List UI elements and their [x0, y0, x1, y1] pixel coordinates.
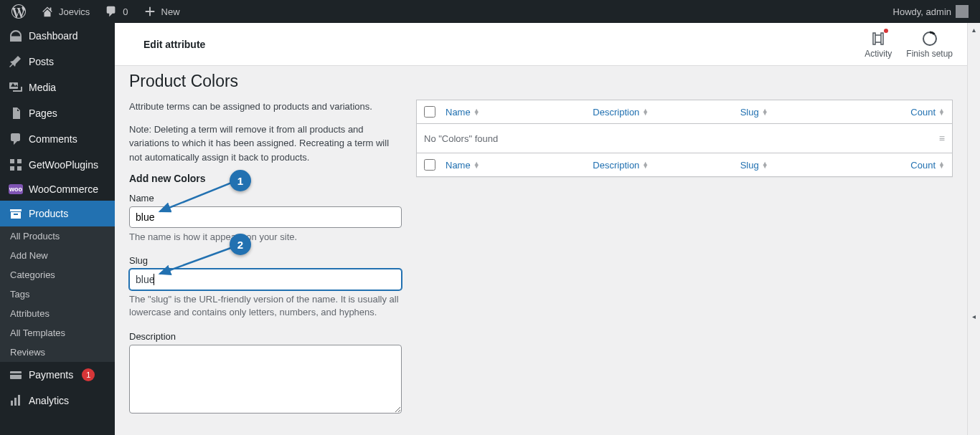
- submenu-all-templates[interactable]: All Templates: [0, 323, 115, 343]
- wp-logo[interactable]: [6, 0, 32, 23]
- admin-sidebar: Dashboard Posts Media Pages Comments Get…: [0, 23, 115, 435]
- scroll-up-arrow[interactable]: ▴: [968, 23, 980, 36]
- comment-count: 0: [123, 6, 128, 17]
- admin-bar: Joevics 0 New Howdy, admin: [0, 0, 980, 23]
- activity-label: Activity: [864, 49, 892, 59]
- svg-rect-3: [17, 166, 22, 171]
- sort-icon: ▲▼: [762, 109, 768, 115]
- woo-icon: woo: [9, 184, 23, 194]
- empty-text: No "Colors" found: [424, 133, 498, 144]
- menu-media[interactable]: Media: [0, 75, 115, 100]
- table-footer: Name▲▼ Description▲▼ Slug▲▼ Count▲▼: [417, 153, 952, 176]
- svg-rect-6: [11, 401, 13, 406]
- pin-icon: [9, 54, 23, 69]
- menu-posts[interactable]: Posts: [0, 49, 115, 75]
- menu-woocommerce[interactable]: woo WooCommerce: [0, 178, 115, 201]
- menu-label: Media: [29, 82, 56, 93]
- slug-value: blue: [136, 274, 154, 285]
- window-scrollbar[interactable]: ▴ ◂: [967, 23, 980, 435]
- card-icon: [9, 368, 23, 382]
- sort-icon: ▲▼: [642, 109, 649, 115]
- main-content: Edit attribute Activity Finish setup Pro…: [115, 23, 967, 435]
- comments-link[interactable]: 0: [98, 0, 133, 23]
- wordpress-icon: [11, 4, 26, 19]
- col-slug[interactable]: Slug▲▼: [740, 107, 887, 118]
- form-title: Add new Colors: [129, 173, 402, 184]
- slug-label: Slug: [129, 255, 402, 266]
- menu-products[interactable]: Products: [0, 201, 115, 226]
- sort-icon: ▲▼: [938, 162, 945, 168]
- sort-icon: ▲▼: [762, 162, 768, 168]
- slug-help: The "slug" is the URL-friendly version o…: [129, 293, 402, 319]
- hamburger-icon[interactable]: ≡: [939, 133, 945, 144]
- submenu-categories[interactable]: Categories: [0, 265, 115, 285]
- menu-label: Dashboard: [29, 30, 78, 42]
- select-all-checkbox-bottom[interactable]: [424, 159, 435, 171]
- howdy-text: Howdy, admin: [893, 6, 951, 17]
- description-label: Description: [129, 331, 402, 342]
- menu-analytics[interactable]: Analytics: [0, 388, 115, 414]
- dashboard-icon: [9, 29, 23, 43]
- col-name[interactable]: Name▲▼: [446, 107, 593, 118]
- submenu-all-products[interactable]: All Products: [0, 226, 115, 246]
- table-column: Name▲▼ Description▲▼ Slug▲▼ Count▲▼ No "…: [416, 100, 953, 427]
- svg-rect-8: [18, 395, 20, 406]
- note-text: Note: Deleting a term will remove it fro…: [129, 123, 402, 165]
- site-name-link[interactable]: Joevics: [34, 0, 95, 23]
- svg-rect-4: [10, 371, 22, 379]
- col-description-foot[interactable]: Description▲▼: [593, 160, 740, 171]
- menu-dashboard[interactable]: Dashboard: [0, 23, 115, 49]
- svg-rect-10: [881, 33, 883, 44]
- account-link[interactable]: Howdy, admin: [893, 5, 974, 18]
- page-header-bar: Edit attribute Activity Finish setup: [115, 23, 967, 66]
- menu-label: Pages: [29, 107, 57, 119]
- menu-pages[interactable]: Pages: [0, 100, 115, 126]
- annotation-1-badge: 1: [230, 170, 251, 191]
- col-count-foot[interactable]: Count▲▼: [887, 160, 945, 171]
- name-label: Name: [129, 193, 402, 204]
- col-description[interactable]: Description▲▼: [593, 107, 740, 118]
- intro-text: Attribute terms can be assigned to produ…: [129, 100, 402, 114]
- menu-getwooplugins[interactable]: GetWooPlugins: [0, 152, 115, 178]
- text-caret: [154, 274, 154, 285]
- slug-input[interactable]: blue: [129, 269, 402, 290]
- menu-label: Posts: [29, 56, 54, 67]
- home-icon: [40, 4, 55, 19]
- svg-rect-5: [10, 373, 22, 375]
- page-heading: Product Colors: [129, 72, 953, 91]
- submenu-add-new[interactable]: Add New: [0, 246, 115, 265]
- finish-setup-button[interactable]: Finish setup: [906, 30, 953, 59]
- col-name-foot[interactable]: Name▲▼: [446, 160, 593, 171]
- description-textarea[interactable]: [129, 345, 402, 414]
- col-count[interactable]: Count▲▼: [887, 107, 945, 118]
- menu-label: Payments: [29, 369, 73, 381]
- menu-label: GetWooPlugins: [29, 159, 98, 171]
- plus-icon: [143, 4, 157, 19]
- svg-rect-7: [14, 398, 17, 406]
- svg-rect-0: [10, 159, 14, 163]
- svg-rect-9: [873, 33, 875, 44]
- submenu-tags[interactable]: Tags: [0, 285, 115, 304]
- menu-label: Comments: [29, 133, 77, 145]
- submenu-reviews[interactable]: Reviews: [0, 343, 115, 362]
- finish-setup-label: Finish setup: [906, 49, 953, 59]
- avatar: [956, 5, 969, 18]
- activity-button[interactable]: Activity: [864, 30, 892, 59]
- menu-payments[interactable]: Payments 1: [0, 362, 115, 388]
- progress-icon: [921, 30, 938, 47]
- grid-icon: [9, 158, 23, 172]
- page-icon: [9, 106, 23, 120]
- archive-icon: [9, 206, 23, 221]
- table-empty-row: No "Colors" found ≡: [417, 124, 952, 153]
- col-slug-foot[interactable]: Slug▲▼: [740, 160, 887, 171]
- name-input[interactable]: [129, 206, 402, 228]
- submenu-attributes[interactable]: Attributes: [0, 304, 115, 323]
- activity-icon: [870, 30, 887, 47]
- new-link[interactable]: New: [137, 0, 186, 23]
- scroll-expand-arrow[interactable]: ◂: [968, 310, 980, 322]
- table-header: Name▲▼ Description▲▼ Slug▲▼ Count▲▼: [417, 100, 952, 124]
- menu-comments[interactable]: Comments: [0, 126, 115, 152]
- select-all-checkbox-top[interactable]: [424, 106, 435, 118]
- new-label: New: [161, 6, 180, 17]
- form-column: Attribute terms can be assigned to produ…: [129, 100, 402, 427]
